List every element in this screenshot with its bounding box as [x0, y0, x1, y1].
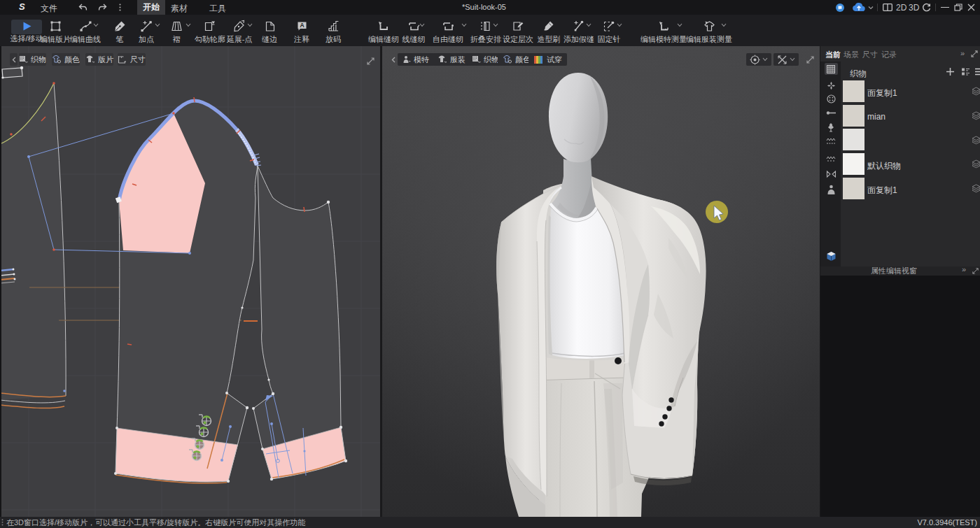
svg-text:A: A	[300, 22, 304, 29]
